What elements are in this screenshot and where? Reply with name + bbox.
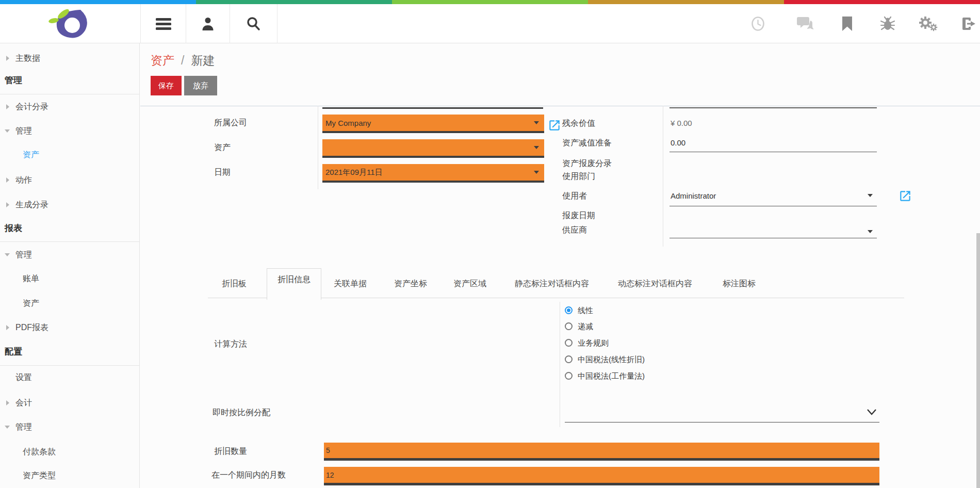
app-logo[interactable] (36, 4, 103, 43)
radio-linear-label[interactable]: 线性 (578, 306, 593, 315)
dropdown-arrow-icon[interactable] (534, 171, 539, 174)
chat-button[interactable] (796, 4, 815, 43)
radio-china-tax-workload[interactable] (565, 372, 573, 380)
tab-dynamic-annotation[interactable]: 动态标注对话框内容 (618, 278, 692, 289)
collapse-arrow-icon[interactable] (5, 129, 10, 133)
settings-button[interactable] (918, 4, 939, 43)
user-menu-button[interactable] (192, 4, 224, 43)
sidebar-divider (0, 241, 139, 242)
expand-arrow-icon[interactable] (6, 56, 9, 61)
dropdown-arrow-icon[interactable] (868, 194, 873, 197)
asset-select[interactable] (322, 139, 544, 158)
supplier-underline (669, 238, 877, 238)
expand-arrow-icon[interactable] (6, 104, 9, 109)
sidebar-item-pdf-reports[interactable]: PDF报表 (0, 321, 139, 334)
header-separator (230, 4, 230, 43)
sidebar-item-management-config[interactable]: 管理 (0, 420, 139, 434)
impairment-underline (669, 152, 877, 152)
asset-label: 资产 (214, 142, 231, 153)
radio-business-rule-label[interactable]: 业务规则 (578, 338, 609, 348)
residual-value-readout: ¥ 0.00 (671, 118, 692, 128)
breadcrumb: 资产 / 新建 (151, 53, 215, 69)
user-open-record-button[interactable] (899, 189, 912, 203)
radio-degressive-label[interactable]: 递减 (578, 322, 593, 331)
stripe-blue (0, 0, 196, 4)
menu-toggle-button[interactable] (148, 4, 179, 43)
radio-china-tax-linear[interactable] (565, 355, 573, 363)
date-label: 日期 (214, 167, 231, 177)
radio-degressive[interactable] (565, 322, 573, 330)
radio-china-tax-workload-label[interactable]: 中国税法(工作量法) (578, 371, 645, 381)
chat-icon (797, 17, 814, 31)
stripe-green (196, 0, 392, 4)
tab-asset-coordinates[interactable]: 资产坐标 (394, 278, 427, 289)
date-field[interactable]: 2021年09月11日 (322, 164, 544, 183)
tab-related-documents[interactable]: 关联单据 (334, 278, 367, 289)
vertical-scrollbar[interactable] (976, 233, 980, 488)
sidebar-section-reports: 报表 (0, 222, 139, 235)
tab-asset-area[interactable]: 资产区域 (453, 278, 486, 289)
user-select[interactable]: Administrator (671, 191, 716, 201)
logout-button[interactable] (960, 4, 978, 43)
recent-records-button[interactable] (749, 4, 766, 43)
expand-arrow-icon[interactable] (6, 177, 9, 183)
sidebar-item-management-reports[interactable]: 管理 (0, 248, 139, 262)
bug-report-button[interactable] (879, 4, 896, 43)
radio-linear[interactable] (565, 306, 573, 314)
radio-business-rule[interactable] (565, 339, 573, 347)
tab-depreciation-board[interactable]: 折旧板 (222, 278, 247, 289)
user-icon (201, 17, 215, 31)
breadcrumb-assets-link[interactable]: 资产 (151, 53, 174, 69)
sidebar-item-master-data[interactable]: 主数据 (0, 52, 139, 65)
depreciation-quantity-input[interactable]: 5 (324, 443, 879, 461)
breadcrumb-current: 新建 (191, 53, 215, 69)
brand-stripe (0, 0, 980, 4)
company-select[interactable]: My Company (322, 115, 544, 133)
disposal-entry-label: 资产报废分录 (562, 158, 612, 169)
sidebar-item-assets-selected[interactable]: 资产 (0, 148, 139, 161)
clock-icon (751, 16, 765, 31)
sidebar-item-journal-entries[interactable]: 会计分录 (0, 100, 139, 113)
sidebar-item-accounting[interactable]: 会计 (0, 396, 139, 410)
scrolled-field-underline (669, 107, 877, 108)
residual-value-label: 残余价值 (562, 118, 595, 128)
bookmark-button[interactable] (839, 4, 855, 43)
sidebar-item-management-group[interactable]: 管理 (0, 124, 139, 138)
sidebar-item-assets-report[interactable]: 资产 (0, 297, 139, 310)
expand-arrow-icon[interactable] (6, 202, 9, 207)
expand-arrow-icon[interactable] (6, 400, 9, 405)
impairment-input[interactable]: 0.00 (671, 138, 685, 148)
search-button[interactable] (237, 4, 269, 43)
tab-depreciation-info-active[interactable]: 折旧信息 (267, 268, 321, 300)
user-label: 使用者 (562, 191, 587, 201)
bookmark-icon (842, 17, 853, 31)
depreciation-quantity-label: 折旧数量 (214, 446, 247, 457)
hamburger-icon (156, 18, 171, 30)
months-per-period-input[interactable]: 12 (324, 467, 879, 485)
collapse-arrow-icon[interactable] (5, 426, 10, 429)
dropdown-arrow-icon[interactable] (534, 146, 539, 149)
stripe-red (784, 0, 980, 4)
save-button[interactable]: 保存 (151, 76, 182, 95)
sidebar-item-asset-types[interactable]: 资产类型 (0, 469, 139, 482)
sidebar-item-actions[interactable]: 动作 (0, 173, 139, 187)
prorata-select[interactable] (867, 409, 877, 416)
search-icon (246, 17, 260, 31)
discard-button[interactable]: 放弃 (184, 76, 217, 95)
radio-china-tax-linear-label[interactable]: 中国税法(线性折旧) (578, 355, 645, 364)
expand-arrow-icon[interactable] (6, 325, 9, 330)
tab-annotation-icon[interactable]: 标注图标 (723, 278, 756, 289)
sidebar-item-payment-terms[interactable]: 付款条款 (0, 445, 139, 459)
sidebar-item-generate-entries[interactable]: 生成分录 (0, 198, 139, 212)
dropdown-arrow-icon[interactable] (868, 230, 873, 233)
sidebar-item-settings[interactable]: 设置 (0, 371, 139, 384)
collapse-arrow-icon[interactable] (5, 253, 10, 256)
form-column-divider (663, 106, 663, 247)
logout-icon (962, 17, 976, 31)
using-department-label: 使用部门 (562, 171, 595, 182)
tab-static-annotation[interactable]: 静态标注对话框内容 (515, 278, 589, 289)
sidebar-item-bills[interactable]: 账单 (0, 272, 139, 285)
company-open-record-button[interactable] (548, 119, 561, 132)
chevron-down-icon (867, 409, 877, 416)
dropdown-arrow-icon[interactable] (534, 121, 539, 124)
